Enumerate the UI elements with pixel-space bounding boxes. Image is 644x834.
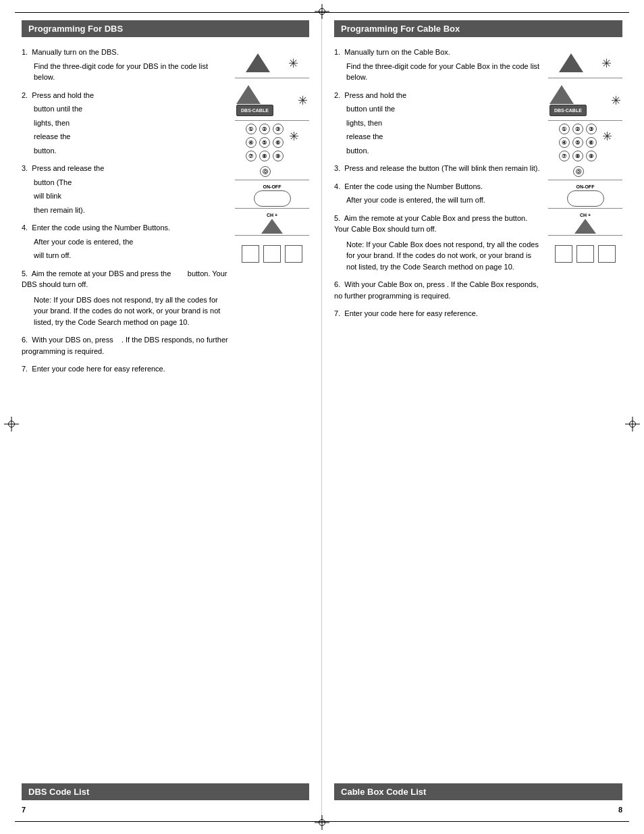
right-page-number: 8 — [334, 806, 622, 814]
dbs-diag-step3: DBS·CABLE ✳ — [235, 78, 309, 121]
cable-burst-2: ✳ — [611, 93, 621, 108]
left-reg-mark — [4, 417, 19, 432]
dbs-burst-3: ✳ — [289, 124, 299, 144]
dbs-num-grid: ① ② ③ ④ ⑤ ⑥ ⑦ ⑧ ⑨ ⓪ — [246, 124, 285, 177]
cable-diag-step7 — [548, 238, 622, 264]
cable-diag-step3: DBS·CABLE ✳ — [548, 78, 622, 121]
cable-num-grid: ① ② ③ ④ ⑤ ⑥ ⑦ ⑧ ⑨ ⓪ — [559, 124, 598, 177]
right-reg-mark — [625, 417, 640, 432]
dbs-diag-step5: ON-OFF — [235, 180, 309, 209]
cable-step-2: 2. Press and hold the button until the l… — [334, 90, 543, 157]
cable-code-box-3 — [598, 245, 616, 263]
left-page-number: 7 — [22, 806, 309, 814]
dbs-burst-2: ✳ — [298, 93, 308, 108]
cable-code-boxes — [555, 245, 616, 263]
cable-triangle-btn-1 — [559, 53, 583, 74]
cable-diagrams: ✳ DBS·CABLE ✳ — [548, 47, 622, 415]
cable-step-1: 1. Manually turn on the Cable Box. Find … — [334, 47, 543, 83]
dbs-step-6: 6. With your DBS on, press . If the DBS … — [22, 334, 230, 357]
dbs-ch-btn — [261, 219, 283, 234]
cable-step-6: 6. With your Cable Box on, press . If th… — [334, 279, 543, 301]
cable-diag-step6: CH + — [548, 209, 622, 236]
dbs-code-boxes — [242, 245, 302, 263]
dbs-diag-step7 — [235, 238, 309, 264]
dbs-diag-step2: ✳ — [235, 47, 309, 78]
cable-step-4: 4. Enter the code using the Number Butto… — [334, 181, 543, 206]
cable-code-list-title: Cable Box Code List — [334, 783, 622, 800]
dbs-title: Programming For DBS — [22, 20, 309, 37]
cable-code-box-2 — [576, 245, 594, 263]
cable-steps-text: 1. Manually turn on the Cable Box. Find … — [334, 47, 548, 415]
cable-code-box-1 — [555, 245, 572, 263]
right-page: Programming For Cable Box 1. Manually tu… — [322, 14, 637, 820]
dbs-step-5: 5. Aim the remote at your DBS and press … — [22, 268, 230, 328]
dbs-step1-detail: Find the three-digit code for your DBS i… — [22, 61, 230, 83]
dbs-diag-step4: ① ② ③ ④ ⑤ ⑥ ⑦ ⑧ ⑨ ⓪ — [235, 121, 309, 180]
cable-diag-step4: ① ② ③ ④ ⑤ ⑥ ⑦ ⑧ ⑨ ⓪ — [548, 121, 622, 180]
cable-ch-btn — [574, 219, 596, 234]
dbs-diag-step6: CH + — [235, 209, 309, 236]
dbs-triangle-btn-1 — [246, 53, 270, 74]
dbs-step1-num: 1. — [22, 48, 28, 56]
cable-step-5: 5. Aim the remote at your Cable Box and … — [334, 213, 543, 273]
dbs-code-box-3 — [285, 245, 302, 263]
cable-steps-area: 1. Manually turn on the Cable Box. Find … — [334, 47, 622, 415]
dbs-burst-1: ✳ — [288, 56, 298, 71]
dbs-on-off-btn — [254, 190, 291, 207]
cable-title: Programming For Cable Box — [334, 20, 622, 37]
page-wrap: Programming For DBS 1. Manually turn on … — [0, 0, 644, 834]
cable-diag-step2: ✳ — [548, 47, 622, 78]
dbs-step-7: 7. Enter your code here for easy referen… — [22, 363, 230, 375]
dbs-steps-area: 1. Manually turn on the DBS. Find the th… — [22, 47, 309, 415]
left-page: Programming For DBS 1. Manually turn on … — [7, 14, 322, 820]
cable-step-3: 3. Press and release the button (The wil… — [334, 163, 543, 174]
cable-on-off-btn — [567, 190, 604, 207]
dbs-code-list-title: DBS Code List — [22, 783, 309, 800]
dbs-step-4: 4. Enter the code using the Number Butto… — [22, 222, 230, 261]
dbs-code-box-2 — [263, 245, 281, 263]
dbs-step-1: 1. Manually turn on the DBS. Find the th… — [22, 47, 230, 83]
cable-burst-3: ✳ — [602, 124, 612, 144]
dbs-diagrams: ✳ DBS·CABLE ✳ — [235, 47, 309, 415]
cable-step-7: 7. Enter your code here for easy referen… — [334, 308, 543, 319]
bottom-reg-mark — [315, 815, 329, 830]
top-reg-mark — [315, 4, 329, 19]
cable-burst-1: ✳ — [601, 56, 612, 71]
dbs-step-3: 3. Press and release the button (The wil… — [22, 163, 230, 215]
cable-cable-btn: DBS·CABLE — [549, 85, 611, 116]
dbs-steps-text: 1. Manually turn on the DBS. Find the th… — [22, 47, 235, 415]
page-container: Programming For DBS 1. Manually turn on … — [0, 0, 644, 834]
dbs-code-box-1 — [242, 245, 259, 263]
cable-diag-step5: ON-OFF — [548, 180, 622, 209]
dbs-cable-btn: DBS·CABLE — [236, 85, 298, 116]
dbs-step-2: 2. Press and hold the button until the l… — [22, 90, 230, 157]
